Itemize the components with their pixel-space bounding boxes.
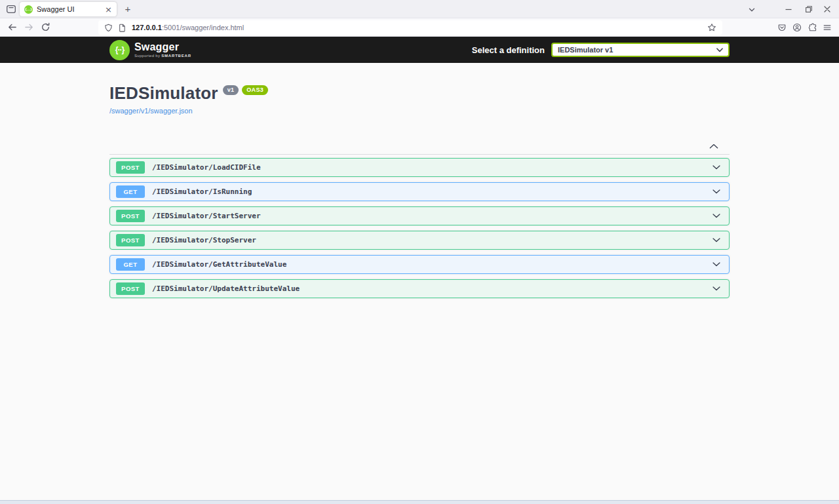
swagger-logo: {··} Swagger Supported by SMARTBEAR bbox=[109, 40, 191, 60]
definition-select-value: IEDSimulator v1 bbox=[558, 46, 716, 54]
extensions-puzzle-icon[interactable] bbox=[808, 23, 817, 32]
operation-path: /IEDSimulator/StopServer bbox=[152, 236, 256, 244]
operation-path: /IEDSimulator/IsRunning bbox=[152, 187, 252, 196]
swagger-topbar: {··} Swagger Supported by SMARTBEAR Sele… bbox=[0, 37, 839, 63]
swagger-logo-text: Swagger bbox=[134, 42, 191, 52]
new-tab-button[interactable]: + bbox=[122, 3, 134, 15]
swagger-logo-subtext: Supported by SMARTBEAR bbox=[134, 54, 191, 58]
select-chevron-icon bbox=[716, 48, 723, 52]
url-path: :5001/swagger/index.html bbox=[162, 24, 244, 31]
select-definition-label: Select a definition bbox=[472, 45, 545, 55]
url-bar[interactable]: 127.0.0.1:5001/swagger/index.html bbox=[98, 20, 722, 35]
shield-icon[interactable] bbox=[104, 24, 113, 32]
swagger-favicon-icon: {…} bbox=[24, 5, 33, 14]
spec-json-link[interactable]: /swagger/v1/swagger.json bbox=[109, 107, 193, 115]
forward-icon[interactable] bbox=[24, 22, 34, 32]
swagger-content: IEDSimulator v1 OAS3 /swagger/v1/swagger… bbox=[0, 63, 839, 500]
operations-section-header bbox=[109, 143, 730, 155]
version-badge: v1 bbox=[223, 85, 239, 95]
expand-chevron-icon[interactable] bbox=[712, 286, 721, 292]
account-icon[interactable] bbox=[792, 23, 802, 32]
window-minimize-icon[interactable] bbox=[785, 5, 792, 13]
back-icon[interactable] bbox=[7, 22, 17, 32]
window-close-icon[interactable] bbox=[823, 5, 831, 13]
menu-hamburger-icon[interactable] bbox=[823, 23, 832, 32]
page-info-icon[interactable] bbox=[118, 24, 127, 32]
method-badge: POST bbox=[116, 234, 145, 246]
operation-row[interactable]: POST /IEDSimulator/StartServer bbox=[109, 206, 730, 225]
definition-select[interactable]: IEDSimulator v1 bbox=[551, 43, 730, 57]
bottom-edge-strip bbox=[0, 500, 839, 504]
method-badge: GET bbox=[116, 258, 145, 271]
operation-path: /IEDSimulator/StartServer bbox=[152, 212, 261, 220]
operation-row[interactable]: POST /IEDSimulator/LoadCIDFile bbox=[109, 158, 730, 177]
oas3-badge: OAS3 bbox=[242, 85, 268, 95]
method-badge: POST bbox=[116, 210, 145, 222]
url-host: 127.0.0.1 bbox=[132, 24, 162, 31]
browser-tab[interactable]: {…} Swagger UI × bbox=[20, 2, 117, 16]
method-badge: GET bbox=[116, 185, 145, 198]
expand-chevron-icon[interactable] bbox=[712, 213, 721, 219]
operations-list: POST /IEDSimulator/LoadCIDFile GET /IEDS… bbox=[109, 158, 730, 298]
firefox-view-icon[interactable] bbox=[6, 4, 16, 14]
reload-icon[interactable] bbox=[41, 22, 50, 32]
tab-list-chevron-icon[interactable] bbox=[748, 6, 756, 14]
collapse-section-chevron-icon[interactable] bbox=[709, 143, 719, 149]
expand-chevron-icon[interactable] bbox=[712, 237, 721, 243]
operation-path: /IEDSimulator/UpdateAttributeValue bbox=[152, 284, 300, 293]
tab-title: Swagger UI bbox=[37, 5, 101, 13]
browser-tabstrip: {…} Swagger UI × + bbox=[0, 0, 839, 18]
url-text: 127.0.0.1:5001/swagger/index.html bbox=[132, 24, 244, 31]
tab-close-icon[interactable]: × bbox=[105, 5, 112, 14]
window-restore-icon[interactable] bbox=[805, 5, 813, 13]
method-badge: POST bbox=[116, 282, 145, 295]
swagger-logo-icon: {··} bbox=[109, 40, 130, 60]
method-badge: POST bbox=[116, 161, 145, 174]
operation-path: /IEDSimulator/GetAttributeValue bbox=[152, 260, 286, 269]
pocket-icon[interactable] bbox=[777, 23, 787, 32]
operation-path: /IEDSimulator/LoadCIDFile bbox=[152, 163, 261, 172]
operation-row[interactable]: POST /IEDSimulator/UpdateAttributeValue bbox=[109, 279, 730, 298]
operation-row[interactable]: GET /IEDSimulator/IsRunning bbox=[109, 182, 730, 201]
page-title: IEDSimulator bbox=[109, 85, 218, 102]
operation-row[interactable]: GET /IEDSimulator/GetAttributeValue bbox=[109, 255, 730, 274]
expand-chevron-icon[interactable] bbox=[712, 165, 721, 170]
expand-chevron-icon[interactable] bbox=[712, 189, 721, 195]
bookmark-star-icon[interactable] bbox=[707, 23, 716, 32]
operation-row[interactable]: POST /IEDSimulator/StopServer bbox=[109, 231, 730, 250]
browser-toolbar: 127.0.0.1:5001/swagger/index.html bbox=[0, 18, 839, 37]
expand-chevron-icon[interactable] bbox=[712, 262, 721, 267]
